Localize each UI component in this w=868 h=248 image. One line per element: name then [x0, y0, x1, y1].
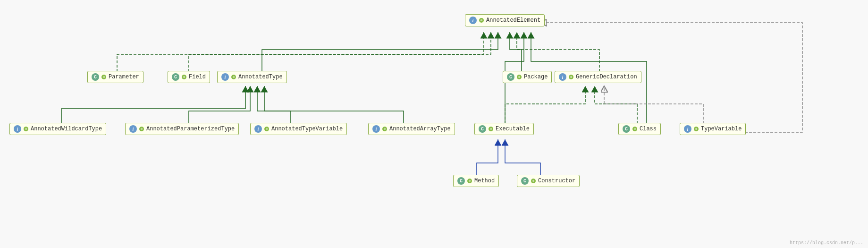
box-label: AnnotatedType — [238, 74, 283, 80]
box-package[interactable]: C ❇ Package — [503, 71, 552, 83]
icon-small: ❇ — [632, 127, 637, 131]
icon-small: ❇ — [382, 127, 387, 131]
box-field[interactable]: C ❇ Field — [168, 71, 210, 83]
icon-interface: i — [684, 125, 691, 133]
box-annotated-type-variable[interactable]: i ❇ AnnotatedTypeVariable — [250, 123, 347, 135]
icon-interface: i — [469, 17, 477, 24]
icon-small: ❇ — [517, 75, 522, 79]
icon-interface: i — [221, 73, 229, 81]
box-label: Parameter — [109, 74, 139, 80]
box-annotated-parameterized-type[interactable]: i ❇ AnnotatedParameterizedType — [125, 123, 239, 135]
icon-interface: i — [559, 73, 566, 81]
icon-class: C — [92, 73, 99, 81]
icon-small: ❇ — [489, 127, 493, 131]
box-label: Method — [474, 178, 495, 184]
box-label: Package — [524, 74, 548, 80]
icon-class: C — [479, 125, 486, 133]
icon-class: C — [457, 177, 465, 185]
icon-class: C — [507, 73, 514, 81]
icon-small: ❇ — [479, 18, 484, 23]
icon-small: ❇ — [264, 127, 269, 131]
box-label: AnnotatedArrayType — [389, 126, 451, 132]
box-label: AnnotatedTypeVariable — [271, 126, 343, 132]
icon-small: ❇ — [467, 179, 472, 183]
icon-small: ❇ — [694, 127, 699, 131]
box-label: AnnotatedWildcardType — [31, 126, 102, 132]
box-annotated-type[interactable]: i ❇ AnnotatedType — [217, 71, 287, 83]
box-label: TypeVariable — [701, 126, 742, 132]
icon-class: C — [623, 125, 630, 133]
icon-small: ❇ — [231, 75, 236, 79]
icon-small: ❇ — [182, 75, 186, 79]
icon-small: ❇ — [531, 179, 536, 183]
diagram-container: i ❇ AnnotatedElement C ❇ Parameter C ❇ F… — [0, 0, 868, 248]
box-label: GenericDeclaration — [576, 74, 637, 80]
box-constructor[interactable]: C ❇ Constructor — [517, 175, 580, 187]
icon-small: ❇ — [101, 75, 106, 79]
box-method[interactable]: C ❇ Method — [453, 175, 499, 187]
box-annotated-wildcard-type[interactable]: i ❇ AnnotatedWildcardType — [9, 123, 106, 135]
icon-class: C — [172, 73, 179, 81]
box-label: Field — [189, 74, 206, 80]
icon-interface: i — [14, 125, 21, 133]
box-class[interactable]: C ❇ Class — [618, 123, 661, 135]
box-label: AnnotatedParameterizedType — [146, 126, 235, 132]
box-annotated-array-type[interactable]: i ❇ AnnotatedArrayType — [368, 123, 455, 135]
icon-small: ❇ — [569, 75, 573, 79]
icon-class: C — [521, 177, 529, 185]
box-label: AnnotatedElement — [486, 17, 540, 24]
box-generic-declaration[interactable]: i ❇ GenericDeclaration — [555, 71, 641, 83]
icon-interface: i — [129, 125, 137, 133]
icon-interface: i — [254, 125, 262, 133]
box-label: Executable — [496, 126, 530, 132]
box-annotated-element[interactable]: i ❇ AnnotatedElement — [465, 14, 545, 26]
box-executable[interactable]: C ❇ Executable — [474, 123, 534, 135]
icon-interface: i — [372, 125, 380, 133]
icon-small: ❇ — [139, 127, 144, 131]
watermark: https://blog.csdn.net/p... — [790, 240, 863, 246]
box-type-variable[interactable]: i ❇ TypeVariable — [680, 123, 746, 135]
box-parameter[interactable]: C ❇ Parameter — [87, 71, 143, 83]
box-label: Constructor — [538, 178, 575, 184]
box-label: Class — [640, 126, 657, 132]
icon-small: ❇ — [24, 127, 28, 131]
